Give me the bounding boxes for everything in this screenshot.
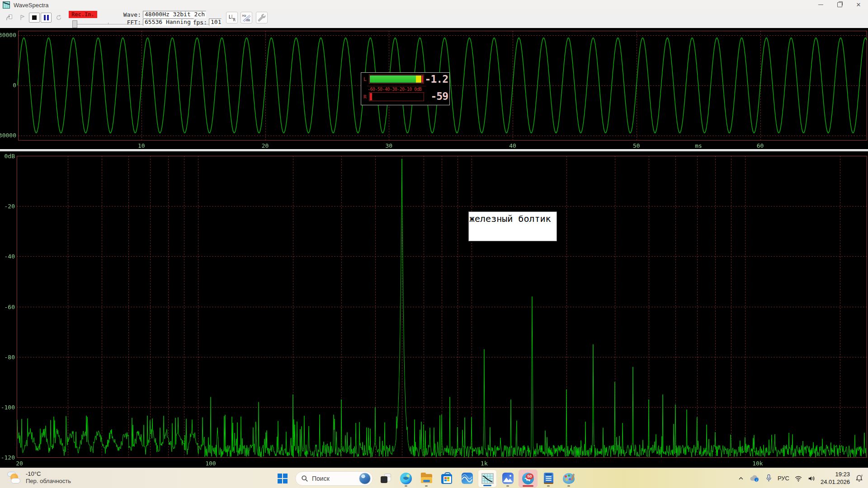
svg-text:Hz: Hz [242, 14, 246, 18]
taskbar-app-file-explorer[interactable] [417, 469, 436, 488]
running-indicator [547, 485, 550, 487]
window-title: WaveSpectra [14, 2, 49, 9]
right-level-value: -59 [423, 91, 448, 102]
minimize-button[interactable] [811, 0, 830, 9]
microsoft-store-icon [441, 474, 452, 484]
seek-slider-thumb[interactable] [72, 20, 77, 28]
search-placeholder: Поиск [312, 475, 355, 482]
rec-in-indicator: Rec.In. [69, 11, 97, 18]
pause-icon [44, 15, 49, 20]
restore-button[interactable] [830, 0, 849, 9]
spectrum-chart [0, 152, 868, 468]
taskbar: -10°C Пер. облачность Поиск [0, 468, 868, 488]
microphone-icon [765, 474, 773, 483]
panel-splitter[interactable] [0, 149, 868, 151]
taskbar-app-media[interactable] [458, 469, 476, 488]
level-meter[interactable]: L -1.2 -60-50-40-30-20-10 0dB R -59 [361, 72, 450, 105]
settings-button[interactable] [256, 12, 268, 23]
play-button[interactable] [17, 13, 28, 23]
spectrum-panel [0, 152, 868, 468]
volume-tray-button[interactable] [807, 474, 816, 483]
fps-field[interactable]: 101 [209, 19, 222, 26]
taskbar-app-store[interactable] [437, 469, 456, 488]
close-icon: ✕ [856, 2, 861, 8]
search-daily-image[interactable] [359, 473, 371, 484]
svg-text:dB: dB [246, 19, 250, 22]
search-icon [301, 475, 308, 482]
taskbar-app-photos[interactable] [498, 469, 517, 488]
language-indicator[interactable]: РУС [778, 475, 789, 482]
taskbar-app-edge[interactable] [396, 469, 415, 488]
media-waves-icon [462, 473, 473, 484]
windows-logo-icon [278, 474, 288, 483]
wavespectra-taskbar-icon [481, 473, 494, 484]
taskbar-app-wavespectra[interactable] [478, 469, 497, 488]
running-indicator [405, 485, 407, 487]
overlay-note[interactable]: железный болтик [468, 211, 557, 241]
notifications-button[interactable]: z [855, 474, 863, 483]
partly-cloudy-icon [6, 470, 22, 485]
edge-icon [400, 473, 412, 484]
stop-button[interactable] [29, 13, 40, 23]
minimize-icon [818, 5, 823, 5]
telegram-unread-badge: 50 [526, 474, 533, 479]
wave-label: Wave: [114, 11, 141, 18]
tray-chevron-button[interactable] [738, 475, 744, 482]
open-file-icon [5, 14, 13, 22]
close-button[interactable]: ✕ [849, 0, 868, 9]
onedrive-cloud-icon: i [749, 474, 760, 482]
left-level-green-fill [370, 75, 416, 83]
photos-icon [502, 473, 514, 484]
channel-lr-button[interactable]: LR [226, 12, 238, 23]
task-view-button[interactable] [376, 469, 395, 488]
weather-condition: Пер. облачность [26, 478, 71, 485]
running-indicator [567, 485, 570, 487]
stop-icon [32, 15, 37, 20]
active-indicator [483, 485, 491, 486]
task-view-icon [380, 473, 391, 484]
speaker-icon [807, 474, 816, 483]
taskbar-app-paint[interactable] [559, 469, 578, 488]
right-level-red-fill [370, 93, 372, 100]
channel-lr-icon: LR [227, 13, 236, 22]
microphone-tray-button[interactable] [765, 474, 773, 483]
pause-button[interactable] [41, 13, 52, 23]
onedrive-tray-button[interactable]: i [749, 474, 760, 482]
wave-format-field[interactable]: 48000Hz 32bit 2ch [143, 11, 206, 18]
axis-hz-db-button[interactable]: HzdB [241, 12, 252, 23]
repeat-button[interactable] [53, 13, 64, 23]
weather-widget[interactable]: -10°C Пер. облачность [6, 470, 71, 485]
search-box[interactable]: Поиск [295, 471, 373, 486]
system-tray: i РУС 19:23 24.01.2026 z [738, 468, 863, 488]
attention-indicator [523, 485, 533, 487]
running-indicator [425, 485, 428, 487]
window-controls: ✕ [811, 0, 868, 9]
taskbar-center: Поиск 50 [273, 468, 578, 488]
taskbar-app-telegram[interactable]: 50 [519, 469, 538, 488]
running-indicator [506, 485, 509, 487]
open-file-button[interactable] [4, 13, 14, 23]
play-flag-icon [19, 14, 26, 21]
clock[interactable]: 19:23 24.01.2026 [821, 471, 850, 486]
weather-text: -10°C Пер. облачность [26, 470, 71, 485]
left-level-value: -1.2 [423, 74, 448, 84]
hz-db-ruler-icon: HzdB [242, 13, 251, 22]
title-bar: WaveSpectra ✕ [0, 0, 868, 10]
fps-label: fps: [180, 19, 207, 26]
paint-icon [563, 473, 575, 484]
wifi-tray-button[interactable] [794, 474, 802, 483]
start-button[interactable] [273, 469, 292, 488]
weather-temperature: -10°C [26, 470, 71, 478]
left-level-yellow-fill [416, 75, 421, 83]
notepad-icon [544, 473, 553, 484]
fft-label: FFT: [114, 19, 141, 26]
taskbar-app-notepad[interactable] [539, 469, 558, 488]
toolbar: Rec.In. Wave: 48000Hz 32bit 2ch FFT: 655… [0, 10, 868, 28]
file-explorer-icon [421, 474, 432, 483]
right-level-bar [369, 92, 424, 101]
chevron-up-icon [738, 475, 744, 482]
brush-icon [571, 473, 575, 480]
telegram-icon: 50 [522, 473, 534, 484]
bell-dnd-icon: z [855, 474, 863, 483]
restore-icon [837, 2, 842, 7]
